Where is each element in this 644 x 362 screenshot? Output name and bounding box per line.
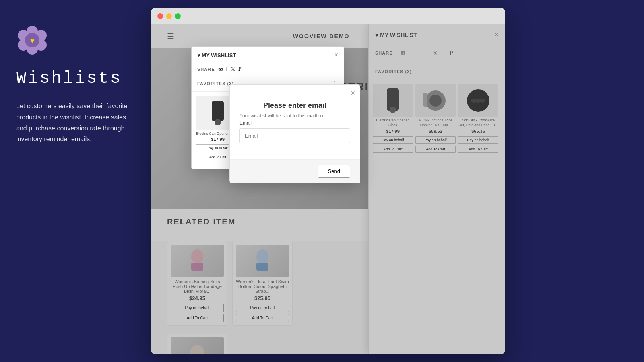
product-image bbox=[171, 245, 224, 277]
email-modal-close-button[interactable]: × bbox=[351, 89, 355, 97]
svg-rect-21 bbox=[429, 95, 442, 107]
email-modal-header: × bbox=[230, 85, 360, 97]
wishlist-modal-small-fav-label: FAVORITES (3) bbox=[197, 81, 234, 86]
product-price: $25.95 bbox=[236, 295, 289, 301]
wishlist-item-price: $65.35 bbox=[458, 129, 498, 134]
share-email-button[interactable]: ✉ bbox=[398, 47, 409, 59]
wishlist-item-name: Electric Can Opener, Black bbox=[373, 118, 413, 128]
wishlist-items-grid: Electric Can Opener, Black $17.99 Pay on… bbox=[369, 80, 505, 157]
product-name: Women's Floral Print Swim Bottom Cutout … bbox=[236, 279, 289, 294]
browser-content: ☰ WOOVIEW DEMO 🛒 ♥ ELECTRIC CAN OPENE bbox=[151, 24, 505, 354]
send-button[interactable]: Send bbox=[318, 165, 350, 178]
favorites-bar: FAVORITES (3) ⋮ bbox=[369, 63, 505, 80]
email-modal-body: Please enter email Your wishlist will be… bbox=[230, 97, 360, 159]
wishlist-modal-small-header: ♥ MY WISHLIST × bbox=[192, 47, 344, 62]
svg-rect-22 bbox=[423, 93, 427, 107]
wishlist-item-image bbox=[373, 84, 413, 117]
browser-titlebar bbox=[151, 8, 505, 24]
share-pinterest-button[interactable]: 𝐏 bbox=[446, 47, 457, 59]
wishlist-share-row: SHARE ✉ f 𝕏 𝐏 bbox=[369, 43, 505, 63]
logo-icon: ♥ bbox=[16, 24, 48, 56]
email-modal: × Please enter email Your wishlist will … bbox=[229, 84, 360, 183]
share-email-modal-button[interactable]: ✉ bbox=[218, 66, 223, 72]
add-to-cart-wish-button[interactable]: Add To Cart bbox=[415, 146, 456, 153]
add-to-cart-wish-button[interactable]: Add To Cart bbox=[458, 146, 498, 153]
product-price: $24.95 bbox=[171, 295, 224, 301]
wishlist-item-name: Non-Stick Cookware Set, Pots and Pans - … bbox=[458, 118, 498, 128]
email-modal-subtitle: Your wishlist will be sent to this mailb… bbox=[239, 113, 350, 119]
wishlist-modal-small-share-label: SHARE bbox=[197, 67, 215, 72]
product-image bbox=[236, 245, 289, 277]
product-name: Women's Bathing Suits Push Up Halter Ban… bbox=[171, 279, 224, 294]
share-facebook-button[interactable]: f bbox=[414, 47, 425, 59]
list-item: Non-Stick Cookware Set, Pots and Pans - … bbox=[458, 84, 498, 153]
add-to-cart-small-button[interactable]: Add To Cart bbox=[171, 314, 224, 322]
app-title: Wishlists bbox=[16, 68, 122, 88]
share-label: SHARE bbox=[375, 51, 393, 56]
pay-on-behalf-wish-button[interactable]: Pay on behalf bbox=[458, 136, 498, 144]
favorites-label: FAVORITES (3) bbox=[375, 69, 412, 74]
list-item: Women's Bathing Suits Push Up Halter Ban… bbox=[167, 241, 227, 326]
wishlist-item-image bbox=[415, 84, 456, 117]
svg-rect-14 bbox=[191, 263, 203, 271]
pay-on-behalf-button[interactable]: Pay on behalf bbox=[171, 304, 224, 312]
svg-point-28 bbox=[215, 119, 221, 125]
browser-window: ☰ WOOVIEW DEMO 🛒 ♥ ELECTRIC CAN OPENE bbox=[151, 8, 505, 354]
svg-point-19 bbox=[390, 107, 396, 113]
email-label: Email bbox=[239, 120, 350, 126]
app-description: Let customers easily save their favorite… bbox=[16, 101, 135, 144]
share-twitter-button[interactable]: 𝕏 bbox=[430, 47, 441, 59]
list-item: Multi-Functional Rice Cooker - 5.5-Cup..… bbox=[415, 84, 456, 153]
minimize-traffic-light[interactable] bbox=[166, 13, 172, 19]
pay-on-behalf-wish-button[interactable]: Pay on behalf bbox=[415, 136, 456, 144]
wishlist-panel-header: ♥ MY WISHLIST × bbox=[369, 24, 505, 43]
maximize-traffic-light[interactable] bbox=[175, 13, 181, 19]
list-item bbox=[167, 334, 227, 354]
list-item: Women's Floral Print Swim Bottom Cutout … bbox=[232, 241, 293, 326]
product-image bbox=[171, 337, 224, 354]
favorites-options-button[interactable]: ⋮ bbox=[491, 67, 499, 76]
share-tw-modal-button[interactable]: 𝕏 bbox=[231, 66, 235, 72]
svg-point-26 bbox=[479, 99, 485, 103]
wishlist-item-name: Multi-Functional Rice Cooker - 5.5-Cup..… bbox=[415, 118, 456, 128]
wishlist-modal-small-share-row: SHARE ✉ f 𝕏 𝐏 bbox=[192, 62, 344, 76]
store-logo: WOOVIEW DEMO bbox=[293, 33, 350, 39]
wishlist-panel: ♥ MY WISHLIST × SHARE ✉ f 𝕏 𝐏 FAVORITES … bbox=[368, 24, 505, 354]
svg-point-17 bbox=[190, 345, 204, 354]
svg-point-15 bbox=[256, 249, 268, 264]
wishlist-panel-close-button[interactable]: × bbox=[494, 31, 499, 39]
wishlist-item-price: $17.99 bbox=[373, 129, 413, 134]
list-item: Electric Can Opener, Black $17.99 Pay on… bbox=[373, 84, 413, 153]
email-input[interactable] bbox=[239, 128, 350, 143]
share-fb-modal-button[interactable]: f bbox=[226, 66, 228, 72]
wishlist-item-image bbox=[458, 84, 498, 117]
svg-rect-27 bbox=[212, 101, 224, 121]
svg-point-13 bbox=[191, 249, 203, 264]
add-to-cart-small-button[interactable]: Add To Cart bbox=[236, 314, 289, 322]
email-modal-footer: Send bbox=[230, 159, 360, 183]
email-modal-title: Please enter email bbox=[239, 101, 350, 110]
wishlist-panel-title: ♥ MY WISHLIST bbox=[375, 32, 417, 38]
svg-rect-16 bbox=[256, 263, 268, 271]
hamburger-icon[interactable]: ☰ bbox=[167, 31, 174, 41]
add-to-cart-wish-button[interactable]: Add To Cart bbox=[373, 146, 413, 153]
wishlist-modal-small-close-button[interactable]: × bbox=[334, 51, 338, 59]
share-pin-modal-button[interactable]: 𝐏 bbox=[238, 66, 242, 72]
close-traffic-light[interactable] bbox=[157, 13, 163, 19]
wishlist-item-price: $89.52 bbox=[415, 129, 456, 134]
wishlist-modal-small-title: ♥ MY WISHLIST bbox=[197, 52, 236, 58]
pay-on-behalf-button[interactable]: Pay on behalf bbox=[236, 304, 289, 312]
left-panel: ♥ Wishlists Let customers easily save th… bbox=[0, 0, 151, 362]
pay-on-behalf-wish-button[interactable]: Pay on behalf bbox=[373, 136, 413, 144]
svg-text:♥: ♥ bbox=[30, 37, 35, 45]
